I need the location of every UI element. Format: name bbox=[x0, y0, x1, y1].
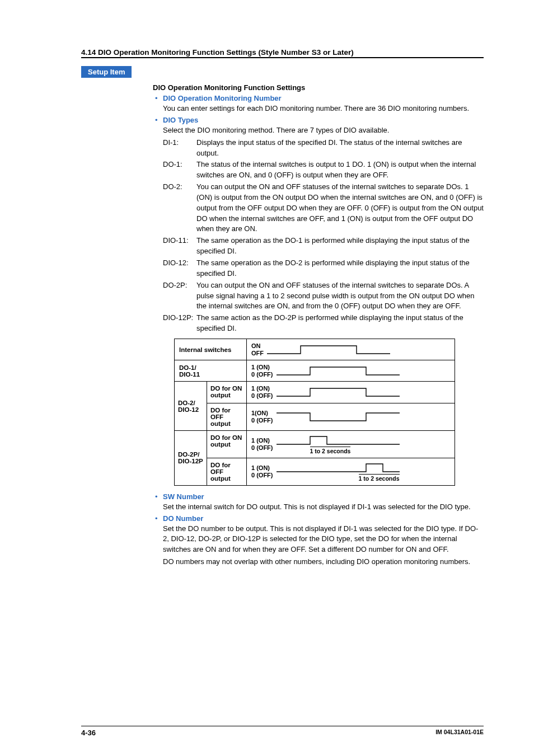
wave-label-do2: DO-2/ DIO-12 bbox=[175, 382, 207, 430]
wave-graph-do2-off: 1(ON) 0 (OFF) bbox=[246, 403, 455, 430]
def-do2: DO-2: You can output the ON and OFF stat… bbox=[163, 182, 484, 234]
wave-sub-on-output: DO for ON output bbox=[207, 382, 246, 403]
bottom-bullet-list: SW Number Set the internal switch for DO… bbox=[153, 492, 484, 567]
wave-graph-do2p-off: 1 (ON) 0 (OFF) 1 to 2 seconds bbox=[246, 458, 455, 485]
section-header: 4.14 DIO Operation Monitoring Function S… bbox=[81, 48, 484, 58]
wave-row-do1: DO-1/ DIO-11 1 (ON) 0 (OFF) bbox=[175, 360, 455, 381]
page-number: 4-36 bbox=[81, 729, 96, 737]
waveform-icon bbox=[267, 344, 390, 356]
main-heading: DIO Operation Monitoring Function Settin… bbox=[153, 83, 484, 92]
dio-number-title: DIO Operation Monitoring Number bbox=[163, 94, 282, 102]
wave-row-internal: Internal switches ON OFF bbox=[175, 339, 455, 360]
waveform-table: Internal switches ON OFF DO-1/ DIO-11 1 bbox=[174, 339, 455, 486]
bullet-do-number: DO Number Set the DO number to be output… bbox=[153, 514, 484, 567]
waveform-icon bbox=[277, 386, 400, 398]
content-block: DIO Operation Monitoring Function Settin… bbox=[153, 83, 484, 567]
def-do1: DO-1: The status of the internal switche… bbox=[163, 159, 484, 181]
wave-graph-do1: 1 (ON) 0 (OFF) bbox=[246, 360, 455, 381]
dio-types-intro: Select the DIO monitoring method. There … bbox=[163, 125, 484, 136]
document-id: IM 04L31A01-01E bbox=[435, 729, 484, 737]
wave-label-internal: Internal switches bbox=[175, 339, 246, 360]
pulse-waveform-icon bbox=[277, 434, 400, 447]
def-do2p: DO-2P: You can output the ON and OFF sta… bbox=[163, 280, 484, 312]
wave-sub-on-output-2p: DO for ON output bbox=[207, 431, 246, 458]
page: 4.14 DIO Operation Monitoring Function S… bbox=[0, 0, 534, 756]
wave-graph-internal: ON OFF bbox=[246, 339, 455, 360]
sw-number-body: Set the internal switch for DO output. T… bbox=[163, 502, 484, 513]
sw-number-title: SW Number bbox=[163, 492, 204, 501]
def-dio11: DIO-11: The same operation as the DO-1 i… bbox=[163, 236, 484, 257]
wave-group-do2: DO-2/ DIO-12 DO for ON output 1 (ON) 0 (… bbox=[175, 381, 455, 430]
dio-types-title: DIO Types bbox=[163, 116, 198, 124]
bullet-sw-number: SW Number Set the internal switch for DO… bbox=[153, 492, 484, 513]
wave-label-do1: DO-1/ DIO-11 bbox=[175, 360, 246, 381]
top-bullet-list: DIO Operation Monitoring Number You can … bbox=[153, 94, 484, 334]
waveform-icon bbox=[277, 365, 400, 377]
do-number-body2: DO numbers may not overlap with other nu… bbox=[163, 557, 484, 567]
bullet-dio-number: DIO Operation Monitoring Number You can … bbox=[153, 94, 484, 114]
wave-label-do2p: DO-2P/ DIO-12P bbox=[175, 431, 207, 485]
do-number-title: DO Number bbox=[163, 514, 203, 523]
setup-item-badge: Setup Item bbox=[81, 66, 132, 78]
dio-types-definitions: DI-1: Displays the input status of the s… bbox=[163, 138, 484, 334]
waveform-icon bbox=[277, 411, 400, 423]
wave-graph-do2p-on: 1 (ON) 0 (OFF) 1 to 2 seconds bbox=[246, 431, 455, 458]
def-di1: DI-1: Displays the input status of the s… bbox=[163, 138, 484, 159]
wave-sub-off-output: DO for OFF output bbox=[207, 403, 246, 430]
bullet-dio-types: DIO Types Select the DIO monitoring meth… bbox=[153, 116, 484, 334]
page-footer: 4-36 IM 04L31A01-01E bbox=[81, 726, 484, 737]
dio-number-body: You can enter settings for each DIO moni… bbox=[163, 104, 484, 114]
do-number-body1: Set the DO number to be output. This is … bbox=[163, 524, 484, 556]
wave-sub-off-output-2p: DO for OFF output bbox=[207, 458, 246, 485]
def-dio12p: DIO-12P: The same action as the DO-2P is… bbox=[163, 313, 484, 334]
wave-group-do2p: DO-2P/ DIO-12P DO for ON output 1 (ON) 0… bbox=[175, 430, 455, 485]
wave-graph-do2-on: 1 (ON) 0 (OFF) bbox=[246, 382, 455, 403]
pulse-waveform-icon bbox=[277, 462, 400, 474]
def-dio12: DIO-12: The same operation as the DO-2 i… bbox=[163, 258, 484, 279]
